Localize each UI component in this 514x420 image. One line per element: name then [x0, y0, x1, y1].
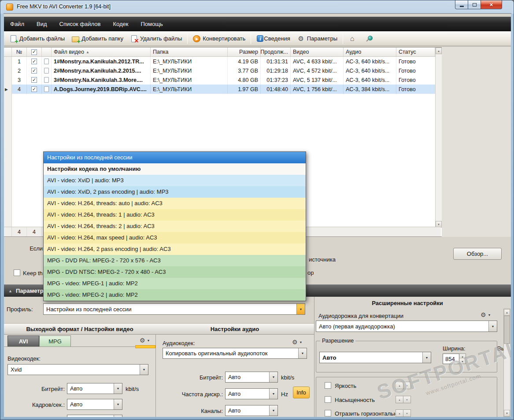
width-spinner[interactable]: 854 ▲ ▼: [443, 354, 466, 364]
profile-combobox[interactable]: Настройки из последней сессии ▼: [43, 303, 305, 315]
profile-option[interactable]: AVI - video: XviD | audio: MP3: [44, 175, 306, 186]
add-files-button[interactable]: Добавить файлы: [6, 33, 68, 44]
delete-files-button[interactable]: Удалить файлы: [127, 33, 185, 44]
header-audio[interactable]: Аудио: [344, 48, 396, 56]
audio-bitrate-combobox[interactable]: Авто ▼: [225, 372, 278, 383]
profile-option[interactable]: AVI - video: H.264, threads: 2 | audio: …: [44, 221, 306, 232]
menu-view[interactable]: Вид: [30, 17, 53, 31]
chevron-down-icon[interactable]: ▼: [269, 389, 277, 399]
spin-down-icon[interactable]: ▼: [403, 382, 411, 389]
home-button[interactable]: ⌂: [345, 33, 362, 44]
spin-down-icon[interactable]: ▼: [459, 359, 466, 364]
menu-filelist[interactable]: Список файлов: [53, 17, 107, 31]
scroll-up-icon[interactable]: ▲: [504, 309, 510, 316]
audio-track-settings-button[interactable]: ⚙ ▼: [481, 312, 491, 318]
profile-option[interactable]: MPG - video: MPEG-2 | audio: MP2: [44, 289, 306, 301]
profile-option[interactable]: MPG - DVD NTSC: MPEG-2 - 720 x 480 - AC3: [44, 266, 306, 278]
row-checkbox[interactable]: [31, 77, 37, 83]
table-row[interactable]: 1 1#Monstry.na.Kanikulah.2012.TR... E:\_…: [4, 57, 442, 66]
table-row-selected[interactable]: ▶ 4 A.Dogs.Journey.2019.BDRip.AVC.... E:…: [4, 85, 442, 94]
profile-option[interactable]: AVI - video: H.264, threads: 1 | audio: …: [44, 209, 306, 221]
tab-mpg[interactable]: MPG: [39, 335, 71, 346]
saturation-stepper[interactable]: ▲ ▼: [396, 396, 411, 403]
close-button[interactable]: ×: [481, 0, 502, 9]
convert-button[interactable]: ▶ Конвертировать: [189, 33, 249, 44]
chevron-down-icon[interactable]: ▼: [296, 304, 305, 314]
spin-up-icon[interactable]: ▲: [396, 409, 403, 417]
header-file[interactable]: Файл видео▲: [52, 48, 151, 56]
chevron-down-icon[interactable]: ▼: [488, 321, 497, 332]
window-frame: [0, 14, 4, 420]
spinner-arrows[interactable]: ▲ ▼: [459, 354, 466, 364]
header-folder[interactable]: Папка: [151, 48, 228, 56]
spin-up-icon[interactable]: ▲: [396, 382, 403, 389]
menu-file[interactable]: Файл: [4, 17, 30, 31]
table-row[interactable]: 3 3#Monstry.Na.Kanikulah.3.More.... E:\_…: [4, 75, 442, 85]
header-size[interactable]: Размер: [228, 48, 261, 56]
chevron-down-icon[interactable]: ▼: [422, 352, 431, 363]
row-checkbox[interactable]: [31, 68, 37, 74]
menu-codec[interactable]: Кодек: [107, 17, 134, 31]
keep-structure-checkbox[interactable]: [14, 269, 20, 276]
spin-up-icon[interactable]: ▲: [396, 396, 403, 403]
add-folder-button[interactable]: Добавить папку: [68, 33, 127, 44]
resolution-combobox[interactable]: Авто ▼: [319, 352, 431, 363]
scroll-up-icon[interactable]: ▲: [436, 48, 442, 54]
samplerate-combobox[interactable]: Авто ▼: [225, 388, 278, 399]
header-number[interactable]: №: [12, 48, 27, 56]
flip-stepper[interactable]: ▲ ▼: [396, 409, 411, 417]
video-codec-settings-button[interactable]: ⚙ ▼: [140, 337, 150, 343]
select-all-checkbox[interactable]: [31, 49, 37, 55]
spin-up-icon[interactable]: ▲: [459, 354, 466, 359]
profile-option[interactable]: AVI - video: H.264, 2 pass encoding | au…: [44, 243, 306, 255]
menu-help[interactable]: Помощь: [134, 17, 169, 31]
row-checkbox[interactable]: [31, 59, 37, 64]
toolbar-separator: [251, 33, 251, 44]
width-value[interactable]: 854: [443, 354, 459, 364]
info-button[interactable]: Info: [293, 387, 310, 398]
profile-option[interactable]: MPG - video: MPEG-1 | audio: MP2: [44, 278, 306, 289]
scroll-down-icon[interactable]: ▼: [504, 410, 510, 416]
spin-down-icon[interactable]: ▼: [403, 396, 411, 403]
header-status[interactable]: Статус: [396, 48, 435, 56]
audio-track-combobox[interactable]: Авто (первая аудиодорожка) ▼: [316, 321, 497, 332]
chevron-down-icon[interactable]: ▼: [114, 383, 122, 394]
spin-down-icon[interactable]: ▼: [403, 409, 411, 417]
settings-button[interactable]: ⚙ Параметры: [294, 33, 341, 44]
audio-codec-combobox[interactable]: Копировать оригинальный аудиопоток ▼: [163, 348, 307, 359]
chevron-down-icon[interactable]: ▼: [114, 399, 122, 409]
fps-combobox[interactable]: Авто ▼: [67, 399, 122, 410]
row-checkbox[interactable]: [31, 86, 37, 92]
chevron-down-icon[interactable]: ▼: [140, 365, 148, 375]
video-bitrate-combobox[interactable]: Авто ▼: [67, 383, 122, 394]
table-scrollbar[interactable]: ▲ ▼: [435, 48, 442, 228]
scrollbar-thumb[interactable]: [504, 316, 510, 344]
tab-avi[interactable]: AVI: [7, 335, 39, 346]
pin-button[interactable]: [362, 33, 378, 44]
chevron-down-icon[interactable]: ▼: [269, 372, 277, 382]
profile-option[interactable]: MPG - DVD PAL: MPEG-2 - 720 x 576 - AC3: [44, 255, 306, 266]
media-info-button[interactable]: Сведения: [253, 33, 293, 44]
header-duration[interactable]: Продолж...: [261, 48, 291, 56]
brightness-checkbox[interactable]: [325, 382, 331, 389]
profile-option-selected[interactable]: Настройки из последней сессии: [44, 152, 306, 163]
maximize-button[interactable]: [468, 0, 481, 9]
profile-option[interactable]: Настройки кодека по умолчанию: [44, 163, 306, 175]
header-video[interactable]: Видео: [291, 48, 344, 56]
table-row[interactable]: 2 2#Monstry.na.Kanikulah.2.2015.... E:\_…: [4, 66, 442, 75]
minimize-button[interactable]: [455, 0, 468, 9]
saturation-checkbox[interactable]: [325, 396, 331, 403]
chevron-down-icon[interactable]: ▼: [298, 348, 307, 358]
titlebar[interactable]: Free MKV to AVI Converter 1.9 [64-bit]: [0, 0, 454, 14]
profile-option[interactable]: AVI - video: H.264, max speed | audio: A…: [44, 232, 306, 243]
video-codec-combobox[interactable]: Xvid ▼: [7, 364, 148, 375]
brightness-stepper[interactable]: ▲ ▼: [396, 382, 411, 389]
channels-combobox[interactable]: Авто ▼: [225, 405, 278, 416]
flip-horizontal-checkbox[interactable]: [325, 410, 331, 416]
profile-option[interactable]: AVI - video: XviD, 2 pass encoding | aud…: [44, 186, 306, 198]
profile-option[interactable]: AVI - video: H.264, threads: auto | audi…: [44, 198, 306, 209]
panel-scrollbar[interactable]: ▲ ▼: [503, 309, 510, 417]
browse-button[interactable]: Обзор...: [453, 248, 502, 260]
audio-codec-settings-button[interactable]: ⚙ ▼: [292, 339, 303, 345]
chevron-down-icon[interactable]: ▼: [269, 405, 277, 416]
